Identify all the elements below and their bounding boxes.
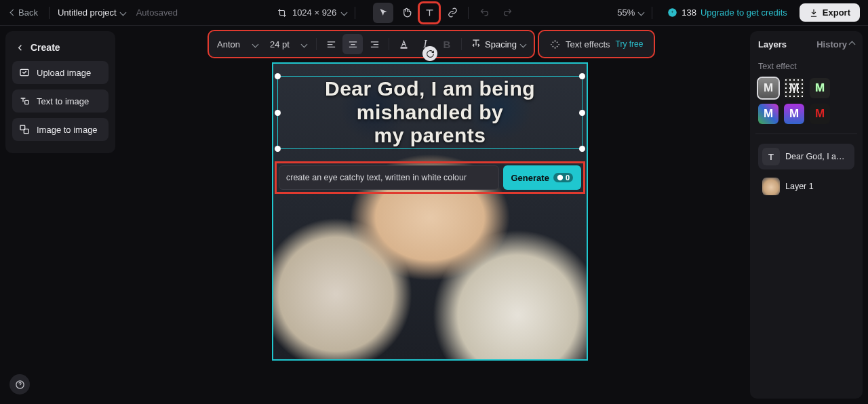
layer-row-text[interactable]: T Dear God, I am b… [758, 144, 854, 169]
t2i-label: Text to image [37, 96, 89, 106]
chevron-down-icon [341, 9, 348, 16]
dimensions-value: 1024 × 926 [292, 7, 336, 18]
font-family-dropdown[interactable]: Anton [212, 37, 263, 52]
effect-swatch-3[interactable]: M [810, 78, 830, 98]
text-color-icon [399, 39, 409, 49]
resize-handle-mr[interactable] [579, 110, 585, 116]
effect-swatch-4[interactable]: M [758, 104, 778, 124]
generate-cost-badge: 0 [553, 173, 573, 182]
help-icon [15, 380, 25, 390]
canvas-dimensions[interactable]: 1024 × 926 [277, 7, 347, 18]
credits-count: 138 [682, 7, 696, 18]
rotate-handle[interactable] [422, 46, 437, 61]
generate-button[interactable]: Generate 0 [503, 165, 582, 190]
undo-button[interactable] [474, 3, 494, 23]
canvas[interactable]: Dear God, I am being mishandled by my pa… [272, 62, 588, 361]
effect-swatch-1[interactable]: M [758, 78, 778, 98]
effect-swatch-6[interactable]: M [810, 104, 830, 124]
tab-layers[interactable]: Layers [758, 39, 787, 49]
divider [355, 7, 355, 19]
credits-icon [557, 174, 564, 181]
resize-handle-br[interactable] [579, 146, 585, 152]
upgrade-link[interactable]: Upgrade to get credits [701, 7, 787, 18]
resize-handle-ml[interactable] [275, 110, 281, 116]
create-header[interactable]: Create [12, 38, 108, 61]
text-layer-icon: T [762, 148, 780, 165]
resize-handle-tl[interactable] [275, 73, 281, 79]
divider [652, 7, 652, 19]
history-label: History [816, 39, 847, 49]
align-left-icon [326, 39, 336, 49]
zoom-dropdown[interactable]: 55% [617, 7, 644, 18]
left-sidebar: Create Upload image Text to image Image … [5, 31, 115, 153]
effect-swatch-2[interactable]: M [784, 78, 804, 98]
try-free-label: Try free [616, 39, 644, 49]
spacing-label: Spacing [485, 39, 517, 49]
chevron-down-icon [638, 9, 645, 16]
align-right-button[interactable] [364, 34, 384, 54]
prompt-bar: create an eye catchy text, written in wh… [279, 165, 581, 190]
spacing-icon [471, 39, 481, 49]
image-to-image-button[interactable]: Image to image [12, 118, 108, 141]
text-effects-label: Text effects [566, 39, 610, 49]
cursor-tool[interactable] [373, 3, 393, 23]
chevron-down-icon [520, 41, 527, 47]
layer-image-label: Layer 1 [785, 182, 850, 191]
text-effect-section-title: Text effect [758, 62, 854, 71]
text-tool[interactable] [419, 3, 439, 23]
generate-cost: 0 [566, 174, 570, 182]
undo-icon [479, 7, 490, 18]
sparkle-icon [550, 39, 560, 49]
tab-history[interactable]: History [816, 39, 854, 49]
font-size-value: 24 pt [270, 39, 290, 49]
right-panel-tabs: Layers History [758, 39, 854, 49]
text-effect-grid: M M M M M M [758, 78, 854, 124]
text-selection-box[interactable]: Dear God, I am being mishandled by my pa… [277, 76, 583, 149]
effect-swatch-5[interactable]: M [784, 104, 804, 124]
hand-tool[interactable] [396, 3, 416, 23]
resize-handle-bl[interactable] [275, 146, 281, 152]
upload-label: Upload image [37, 68, 91, 78]
resize-handle-tr[interactable] [579, 73, 585, 79]
font-family-value: Anton [217, 39, 240, 49]
redo-button[interactable] [497, 3, 517, 23]
text-effects-button[interactable]: Text effects Try free [542, 35, 651, 54]
arrow-left-icon [15, 43, 25, 53]
layer-text-label: Dear God, I am b… [785, 152, 850, 161]
create-label: Create [31, 42, 60, 53]
autosaved-status: Autosaved [136, 7, 178, 18]
chevron-up-icon [849, 41, 856, 48]
right-panel: Layers History Text effect M M M M M M T… [750, 31, 863, 399]
align-left-button[interactable] [321, 34, 341, 54]
back-button[interactable]: Back [8, 5, 41, 20]
image-to-image-icon [19, 124, 30, 135]
align-center-button[interactable] [342, 34, 363, 54]
divider [461, 38, 462, 50]
upload-image-button[interactable]: Upload image [12, 61, 108, 84]
font-size-dropdown[interactable]: 24 pt [264, 37, 312, 52]
svg-point-6 [557, 175, 563, 180]
export-label: Export [823, 7, 850, 18]
overlay-text[interactable]: Dear God, I am being mishandled by my pa… [281, 79, 579, 146]
text-to-image-button[interactable]: Text to image [12, 89, 108, 113]
chevron-left-icon [10, 9, 17, 16]
text-icon [425, 7, 435, 18]
text-color-button[interactable] [393, 34, 414, 54]
text-to-image-icon [19, 96, 30, 106]
text-format-group: Anton 24 pt I B Spacing [209, 31, 534, 57]
project-name-dropdown[interactable]: Untitled project [58, 7, 125, 18]
divider [468, 7, 469, 19]
help-button[interactable] [9, 374, 30, 395]
crop-icon [277, 8, 287, 18]
bold-button[interactable]: B [437, 34, 457, 54]
link-tool[interactable] [442, 3, 462, 23]
chevron-down-icon [301, 41, 308, 47]
back-label: Back [18, 7, 38, 18]
export-button[interactable]: Export [800, 3, 860, 22]
spacing-dropdown[interactable]: Spacing [466, 37, 531, 52]
align-center-icon [348, 39, 358, 49]
redo-icon [502, 7, 513, 18]
overlay-line-2: my parents [374, 124, 486, 146]
layer-row-image[interactable]: Layer 1 [758, 174, 854, 199]
prompt-input[interactable]: create an eye catchy text, written in wh… [279, 165, 499, 190]
